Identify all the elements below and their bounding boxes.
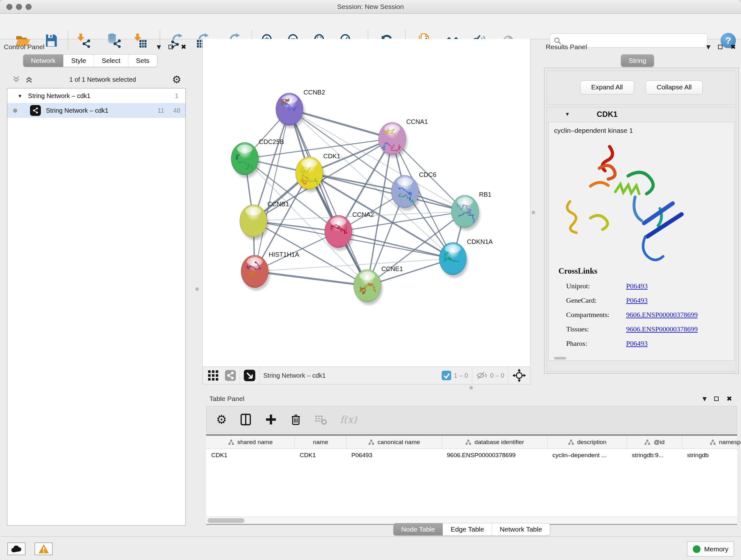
tab-sets[interactable]: Sets xyxy=(128,55,157,67)
crosslink-row: Tissues:9606.ENSP00000378699 xyxy=(549,322,734,336)
network-node-RB1[interactable]: RB1 xyxy=(451,191,491,231)
results-scrollbar-thumb[interactable] xyxy=(554,357,566,360)
fit-selected-crosshair-icon[interactable] xyxy=(512,368,526,382)
tab-select[interactable]: Select xyxy=(94,55,128,67)
left-splitter-handle[interactable] xyxy=(195,287,199,291)
edge-CCNB2-HIST1H1A[interactable] xyxy=(255,109,289,271)
crosslink-row: GeneCard:P06493 xyxy=(549,293,734,307)
collection-expand-icon[interactable]: ▼ xyxy=(17,93,22,99)
table-cell[interactable]: P06493 xyxy=(346,449,442,462)
node-label-CCNB1: CCNB1 xyxy=(267,200,289,207)
crosslink-label: Uniprot: xyxy=(566,282,626,290)
collapse-all-button[interactable]: Collapse All xyxy=(646,80,703,95)
column-header-@id[interactable]: @id xyxy=(627,436,682,449)
network-view: CCNB2CCNA1CDC25BCDK1CDC6RB1CCNB1CCNA2CDK… xyxy=(202,39,530,384)
crosslink-link[interactable]: P06493 xyxy=(626,296,648,304)
network-row[interactable]: String Network – cdk1 11 48 xyxy=(7,103,185,118)
delete-column-trash-icon[interactable] xyxy=(289,413,302,426)
selected-checkbox-icon[interactable] xyxy=(442,371,451,380)
warning-icon xyxy=(38,544,49,554)
column-header-name[interactable]: name xyxy=(294,436,346,449)
network-share-icon[interactable] xyxy=(225,370,236,381)
memory-status-dot-icon xyxy=(693,545,700,553)
network-node-CCNE1[interactable]: CCNE1 xyxy=(354,265,403,305)
table-panel-tabs: Node Table Edge Table Network Table xyxy=(393,523,550,536)
warnings-button[interactable] xyxy=(35,543,53,555)
node-label-CDC6: CDC6 xyxy=(419,171,436,178)
column-header-label: description xyxy=(577,439,607,446)
table-cell[interactable]: cyclin–dependent ... xyxy=(547,449,627,462)
edge-CCNB2-CCNA1[interactable] xyxy=(289,109,392,138)
tab-edge-table[interactable]: Edge Table xyxy=(443,523,492,536)
tab-string[interactable]: String xyxy=(621,55,654,67)
delete-table-icon[interactable] xyxy=(314,413,328,426)
memory-label: Memory xyxy=(704,545,729,553)
expand-collapse-bar: Expand All Collapse All xyxy=(547,71,736,105)
panel-collapse-icon[interactable]: ▼ xyxy=(702,395,706,402)
crosslink-link[interactable]: 9606.ENSP00000378699 xyxy=(626,325,697,333)
table-options-gear-icon[interactable]: ⚙ xyxy=(216,414,227,426)
network-canvas[interactable]: CCNB2CCNA1CDC25BCDK1CDC6RB1CCNB1CCNA2CDK… xyxy=(202,39,530,367)
crosslink-link[interactable]: P06493 xyxy=(626,282,648,290)
node-table: shared namenamecanonical namedatabase id… xyxy=(206,434,737,516)
gene-section-header[interactable]: ▼ CDK1 xyxy=(547,107,736,121)
network-node-CCNA1[interactable]: CCNA1 xyxy=(379,118,428,158)
cloud-button[interactable] xyxy=(7,543,25,555)
panel-collapse-icon[interactable]: ▼ xyxy=(706,44,711,50)
panel-float-icon[interactable] xyxy=(169,45,173,49)
main-toolbar: ? xyxy=(0,14,741,39)
birdseye-view-icon[interactable] xyxy=(244,370,255,381)
column-header-namespace[interactable]: namespace xyxy=(682,436,741,449)
edge-CCNB2-CCNE1[interactable] xyxy=(289,109,367,286)
table-scrollbar-thumb[interactable] xyxy=(207,518,245,523)
expand-all-button[interactable]: Expand All xyxy=(580,80,634,95)
panel-close-icon[interactable]: ✖ xyxy=(181,43,186,51)
column-header-database-identifier[interactable]: database identifier xyxy=(442,436,547,449)
panel-close-icon[interactable]: ✖ xyxy=(730,43,736,51)
table-cell[interactable]: stringdb:9... xyxy=(627,449,682,462)
edge-HIST1H1A-CCNE1[interactable] xyxy=(255,271,367,286)
table-toolbar: ⚙ f(x) xyxy=(206,406,737,433)
hidden-eye-icon[interactable] xyxy=(476,371,488,380)
network-node-CDK1[interactable]: CDK1 xyxy=(295,152,340,192)
memory-button[interactable]: Memory xyxy=(687,542,734,557)
collapse-all-networks-icon[interactable] xyxy=(12,75,20,84)
right-splitter-handle[interactable] xyxy=(532,211,535,214)
panel-collapse-icon[interactable]: ▼ xyxy=(157,44,161,50)
table-cell[interactable]: stringdb xyxy=(682,449,741,462)
tab-node-table[interactable]: Node Table xyxy=(394,523,443,536)
node-label-CDK1: CDK1 xyxy=(323,152,340,160)
crosslink-link[interactable]: P06493 xyxy=(626,339,648,348)
panel-float-icon[interactable] xyxy=(718,45,723,49)
tab-network-table[interactable]: Network Table xyxy=(492,523,550,536)
network-collection-row[interactable]: ▼ String Network – cdk1 1 xyxy=(7,88,185,103)
gene-expand-icon[interactable]: ▼ xyxy=(565,111,570,117)
tab-network[interactable]: Network xyxy=(23,55,63,67)
expand-all-networks-icon[interactable] xyxy=(25,75,33,84)
network-node-CCNB2[interactable]: CCNB2 xyxy=(276,89,325,128)
column-header-shared-name[interactable]: shared name xyxy=(206,436,294,449)
panel-close-icon[interactable]: ✖ xyxy=(726,395,732,402)
panel-float-icon[interactable] xyxy=(714,396,719,401)
grid-view-icon[interactable] xyxy=(208,370,219,381)
function-builder-icon[interactable]: f(x) xyxy=(340,414,357,425)
column-header-label: shared name xyxy=(238,439,273,446)
tab-style[interactable]: Style xyxy=(63,55,94,67)
network-node-CDKN1A[interactable]: CDKN1A xyxy=(439,238,493,278)
column-header-description[interactable]: description xyxy=(547,436,627,449)
network-node-CCNB1[interactable]: CCNB1 xyxy=(240,200,289,240)
crosslink-link[interactable]: 9606.ENSP00000378699 xyxy=(626,311,697,319)
add-column-icon[interactable] xyxy=(265,413,277,426)
bottom-splitter-handle[interactable] xyxy=(469,386,473,389)
node-label-CCNA1: CCNA1 xyxy=(406,118,428,125)
column-header-canonical-name[interactable]: canonical name xyxy=(346,436,442,449)
network-options-gear-icon[interactable]: ⚙ xyxy=(172,74,181,84)
network-view-toolbar: String Network – cdk1 1 – 0 0 – 0 xyxy=(202,367,530,384)
table-row[interactable]: CDK1CDK1P064939606.ENSP00000378699cyclin… xyxy=(206,449,737,462)
crosslinks-title: CrossLinks xyxy=(558,266,734,275)
edge-CCNA2-CDKN1A[interactable] xyxy=(338,232,453,259)
table-cell[interactable]: CDK1 xyxy=(206,449,294,462)
show-columns-icon[interactable] xyxy=(239,413,253,426)
table-cell[interactable]: CDK1 xyxy=(294,449,346,462)
table-cell[interactable]: 9606.ENSP00000378699 xyxy=(442,449,547,462)
